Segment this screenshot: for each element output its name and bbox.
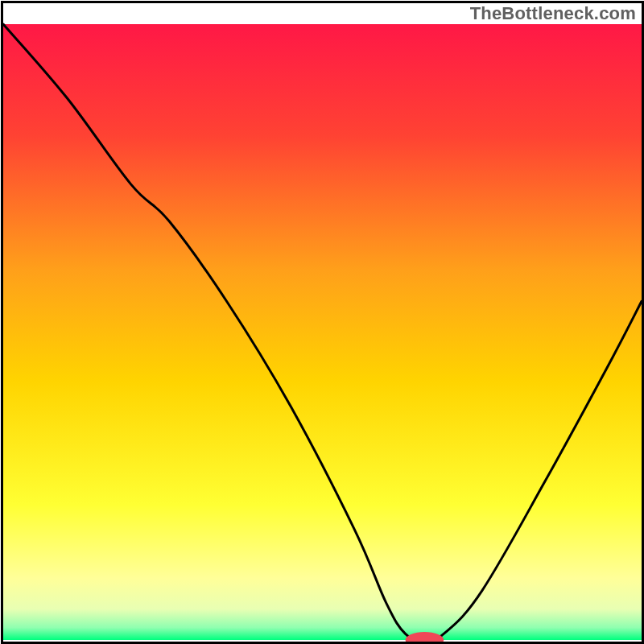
watermark-text: TheBottleneck.com	[470, 3, 636, 24]
bottleneck-chart	[0, 0, 644, 644]
chart-container: { "watermark": "TheBottleneck.com", "cha…	[0, 0, 644, 644]
plot-background	[3, 24, 642, 640]
